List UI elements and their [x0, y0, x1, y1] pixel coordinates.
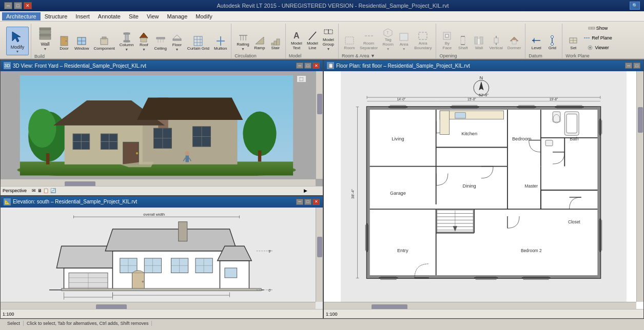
view-elevation-maximize[interactable]: □ [304, 199, 311, 205]
view-floorplan-titlebar: 📋 Floor Plan: first floor – Residential_… [324, 60, 643, 71]
roof-tool[interactable]: Roof ▼ [136, 30, 151, 53]
view-3d-titlebar: 3D 3D View: Front Yard – Residential_Sam… [1, 60, 323, 71]
view-3d-minimize[interactable]: ─ [296, 63, 303, 69]
wall-dropdown[interactable]: ▼ [44, 47, 47, 51]
svg-marker-0 [12, 32, 21, 42]
curtain-grid-tool[interactable]: Curtain Grid [185, 34, 211, 53]
window-tool[interactable]: Window [72, 34, 91, 53]
view-floorplan-minimize[interactable]: ─ [625, 63, 632, 69]
component-tool[interactable]: Component [91, 34, 116, 53]
menu-insert[interactable]: Insert [71, 12, 94, 20]
app-maximize[interactable]: □ [14, 2, 22, 9]
view-3d-close[interactable]: ✕ [313, 63, 320, 69]
model-group-tool[interactable]: ModelGroup ▼ [321, 25, 336, 52]
model-group-label: Model [289, 53, 336, 58]
view-3d-icon: 3D [4, 62, 11, 69]
menu-annotate[interactable]: Annotate [94, 12, 125, 20]
column-tool[interactable]: Column ▼ [118, 30, 136, 53]
view-3d-maximize[interactable]: □ [304, 63, 311, 69]
show-tool[interactable]: Show [581, 24, 614, 33]
modify-dropdown[interactable]: ▼ [16, 50, 19, 53]
menu-architecture[interactable]: Architecture [2, 12, 41, 20]
ref-plane-label: Ref Plane [592, 35, 612, 40]
view-elevation-close[interactable]: ✕ [313, 199, 320, 205]
shaft-label: Shaft [458, 46, 468, 51]
model-line-tool[interactable]: ModelLine [305, 29, 320, 52]
ceiling-tool[interactable]: Ceiling [152, 34, 168, 53]
view-elevation-minimize[interactable]: ─ [296, 199, 303, 205]
svg-text:0': 0' [268, 288, 271, 292]
floor-dropdown[interactable]: ▼ [175, 48, 179, 51]
view-3d-scrollbar-h[interactable] [1, 179, 316, 186]
wall-opening-tool[interactable]: Wall [471, 33, 486, 52]
component-label: Component [93, 47, 114, 51]
svg-text:Dining: Dining [463, 183, 476, 189]
room-label: Room [344, 46, 355, 51]
view-floorplan-bottom-bar: 1:100 [324, 309, 643, 318]
build-group-label: Build [34, 54, 229, 59]
left-panel: 3D 3D View: Front Yard – Residential_Sam… [0, 59, 323, 319]
level-tool[interactable]: Level [529, 33, 544, 52]
ribbon-group-modify: Modify ▼ [4, 24, 31, 58]
svg-text:52'-8": 52'-8" [479, 93, 489, 97]
dormer-icon [509, 35, 520, 46]
menu-site[interactable]: Site [125, 12, 143, 20]
workplane-group-label: Work Plane [565, 53, 614, 58]
column-dropdown[interactable]: ▼ [125, 48, 128, 51]
ribbon-group-circulation: Railing ▼ Ramp [232, 24, 285, 58]
vertical-tool[interactable]: Vertical [487, 33, 504, 52]
railing-tool[interactable]: Railing ▼ [235, 30, 251, 52]
room-separator-tool[interactable]: RoomSeparator [358, 29, 380, 52]
menu-manage[interactable]: Manage [163, 12, 192, 20]
view-floorplan-maximize[interactable]: □ [633, 63, 640, 69]
menu-view[interactable]: View [143, 12, 163, 20]
shaft-tool[interactable]: Shaft [455, 33, 471, 52]
model-text-tool[interactable]: A ModelText [289, 29, 304, 52]
grid-tool[interactable]: Grid [544, 33, 560, 52]
area-boundary-tool[interactable]: AreaBoundary [412, 29, 434, 52]
ramp-tool[interactable]: Ramp [252, 33, 267, 52]
app-close[interactable]: ✕ [24, 2, 32, 9]
view-floorplan-content[interactable]: N [324, 71, 643, 309]
mullion-tool[interactable]: Mullion [212, 34, 229, 53]
dormer-tool[interactable]: Dormer [505, 33, 523, 52]
svg-point-63 [551, 36, 554, 38]
view-3d-scrollbar-v[interactable] [316, 71, 323, 179]
door-tool[interactable]: Door [56, 34, 72, 53]
elevation-svg: overall width [6, 210, 307, 302]
app-minimize[interactable]: ─ [4, 2, 12, 9]
menu-modify[interactable]: Modify [191, 12, 216, 20]
svg-rect-217 [545, 140, 553, 146]
floor-tool[interactable]: Floor ▼ [169, 30, 185, 53]
viewer-tool[interactable]: Viewer [581, 43, 614, 52]
view-floorplan-scrollbar-v[interactable] [636, 71, 643, 302]
view-elevation-titlebar: 📐 Elevation: south – Residential_Sample_… [1, 196, 323, 208]
vertical-label: Vertical [489, 46, 502, 51]
view-3d-panel: 3D 3D View: Front Yard – Residential_Sam… [0, 59, 323, 196]
model-group-icon [323, 27, 334, 38]
view-3d-content[interactable]: ⬚ [1, 71, 323, 186]
view-3d-nav-icons: ▶ [304, 188, 307, 193]
view-floorplan-controls: ─ □ [625, 63, 640, 69]
svg-rect-58 [512, 40, 516, 44]
shaft-icon [457, 35, 469, 46]
ref-plane-tool[interactable]: Ref Plane [581, 33, 614, 43]
set-tool[interactable]: Set [565, 33, 581, 52]
roof-dropdown[interactable]: ▼ [142, 48, 146, 51]
stair-tool[interactable]: Stair [268, 33, 283, 52]
modify-label: Modify [11, 45, 25, 50]
svg-text:N: N [480, 75, 483, 80]
search-input[interactable]: 🔍 [630, 2, 640, 10]
area-tool[interactable]: Area ▼ [396, 30, 412, 52]
wall-tool[interactable]: Wall ▼ [34, 24, 56, 53]
tag-room-tool[interactable]: T TagRoom ▼ [380, 25, 396, 52]
by-face-tool[interactable]: ByFace [439, 29, 455, 52]
view-elevation-scrollbar-v[interactable] [316, 208, 323, 302]
view-elevation-content[interactable]: overall width [1, 208, 323, 309]
room-tool[interactable]: Room [342, 33, 357, 52]
menu-structure[interactable]: Structure [41, 12, 72, 20]
view-elevation-scrollbar-h[interactable] [1, 302, 316, 309]
view-floorplan-scrollbar-h[interactable] [324, 302, 636, 309]
svg-rect-44 [400, 33, 408, 40]
modify-tool[interactable]: Modify ▼ [6, 27, 29, 56]
